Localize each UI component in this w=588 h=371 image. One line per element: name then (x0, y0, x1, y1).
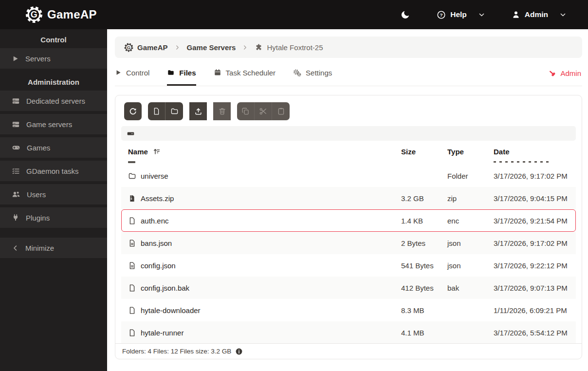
sidebar-section-control: Control (0, 29, 107, 48)
breadcrumb-separator-icon (242, 44, 248, 51)
help-label: Help (450, 10, 467, 19)
column-header-date: Date (494, 148, 569, 156)
column-header-size: Size (401, 148, 447, 156)
tab-files[interactable]: Files (167, 58, 196, 86)
sidebar-item-game-servers[interactable]: Game servers (0, 114, 107, 134)
table-row-auth-enc-highlighted[interactable]: auth.enc 1.4 KB enc 3/17/2026, 9:21:54 P… (121, 209, 576, 232)
sidebar-item-dedicated-servers[interactable]: Dedicated servers (0, 91, 107, 111)
file-table-body: universe Folder 3/17/2026, 9:17:02 PM As… (121, 165, 576, 344)
info-icon[interactable] (235, 348, 243, 355)
sidebar-item-games[interactable]: Games (0, 137, 107, 158)
gears-icon (293, 69, 301, 77)
calendar-icon (214, 69, 221, 76)
user-menu[interactable]: Admin (512, 10, 567, 19)
refresh-icon (129, 107, 137, 116)
copy-icon (241, 107, 250, 115)
tab-task-scheduler[interactable]: Task Scheduler (214, 58, 276, 86)
file-actions-group (148, 102, 183, 120)
sidebar-minimize-button[interactable]: Minimize (0, 238, 107, 258)
clipped-row-icon (128, 161, 135, 163)
plug-icon (12, 214, 19, 222)
tab-admin[interactable]: Admin (548, 58, 581, 86)
table-row-config-json[interactable]: config.json 541 Bytes json 3/17/2026, 9:… (121, 254, 576, 277)
refresh-button[interactable] (124, 102, 142, 120)
sidebar-item-users[interactable]: Users (0, 184, 107, 204)
chevron-left-icon (12, 244, 19, 252)
chevron-down-icon (478, 11, 485, 19)
puzzle-icon (255, 43, 263, 52)
play-icon (12, 55, 19, 62)
column-header-name[interactable]: Name (128, 148, 401, 156)
new-folder-button[interactable] (165, 102, 183, 120)
user-icon (512, 10, 520, 19)
gameap-gear-icon (25, 6, 43, 23)
upload-button[interactable] (189, 102, 207, 120)
help-menu[interactable]: Help (437, 10, 485, 19)
moon-icon (400, 10, 410, 20)
file-manager-footer: Folders: 4 Files: 12 Files size: 3.2 GB (115, 343, 582, 359)
gameap-gear-icon (124, 43, 133, 52)
partially-scrolled-row[interactable] (121, 160, 576, 165)
brand-logo[interactable]: GameAP (25, 6, 97, 23)
table-row-config-json-bak[interactable]: config.json.bak 412 Bytes bak 3/17/2026,… (121, 277, 576, 299)
path-bar (121, 126, 576, 141)
users-icon (12, 190, 20, 199)
copy-button[interactable] (237, 102, 255, 120)
tab-control[interactable]: Control (115, 58, 149, 86)
sidebar-item-gdaemon-tasks[interactable]: GDaemon tasks (0, 161, 107, 181)
clipped-row-date (494, 161, 551, 163)
breadcrumb-separator-icon (174, 44, 181, 51)
hdd-icon[interactable] (127, 130, 135, 138)
main-content: GameAP Game Servers Hytale Foxtrot-25 Co… (107, 29, 588, 371)
upload-icon (194, 107, 202, 115)
file-icon (128, 284, 136, 292)
delete-button[interactable] (213, 102, 231, 120)
sidebar-item-servers[interactable]: Servers (0, 48, 107, 69)
brand-text: GameAP (47, 8, 97, 21)
file-text-icon (128, 239, 136, 247)
table-row-assets-zip[interactable]: Assets.zip 3.2 GB zip 3/17/2026, 9:04:15… (121, 187, 576, 209)
help-icon (437, 10, 446, 19)
breadcrumb-current-server: Hytale Foxtrot-25 (255, 43, 323, 52)
sidebar-item-plugins[interactable]: Plugins (0, 207, 107, 228)
cut-button[interactable] (255, 102, 272, 120)
table-row-universe[interactable]: universe Folder 3/17/2026, 9:17:02 PM (121, 165, 576, 187)
table-row-hytale-runner[interactable]: hytale-runner 4.1 MB 3/17/2026, 5:54:12 … (121, 321, 576, 344)
file-text-icon (128, 261, 136, 270)
new-file-button[interactable] (148, 102, 165, 120)
breadcrumb-gameap[interactable]: GameAP (124, 43, 168, 52)
paste-button[interactable] (272, 102, 290, 120)
user-label: Admin (525, 10, 548, 19)
top-bar: GameAP Help Admin (0, 0, 588, 29)
table-header: Name Size Type Date (121, 145, 576, 160)
breadcrumb-game-servers[interactable]: Game Servers (187, 43, 236, 52)
tab-settings[interactable]: Settings (293, 58, 332, 86)
file-icon (128, 329, 136, 337)
paste-icon (277, 107, 285, 115)
file-icon (128, 217, 136, 225)
file-manager: Name Size Type Date universe Folder 3/17… (115, 95, 582, 359)
new-folder-icon (170, 107, 179, 115)
server-icon (12, 97, 20, 105)
sidebar: Control Servers Administration Dedicated… (0, 29, 107, 371)
server-tabs: Control Files Task Scheduler Settings Ad… (115, 58, 582, 86)
sidebar-section-administration: Administration (0, 72, 107, 91)
new-file-icon (152, 107, 161, 115)
gamepad-icon (12, 143, 20, 152)
sort-ascending-icon (153, 148, 161, 156)
file-toolbar (121, 102, 576, 120)
files-summary: Folders: 4 Files: 12 Files size: 3.2 GB (122, 348, 231, 355)
folder-icon (128, 172, 136, 180)
file-icon (128, 306, 136, 315)
trash-icon (218, 107, 226, 115)
table-row-bans-json[interactable]: bans.json 2 Bytes json 3/17/2026, 9:17:0… (121, 232, 576, 254)
play-icon (115, 69, 122, 76)
table-row-hytale-downloader[interactable]: hytale-downloader 8.3 MB 1/11/2026, 6:09… (121, 299, 576, 321)
theme-toggle-button[interactable] (400, 10, 410, 20)
clipboard-actions-group (237, 102, 290, 120)
chevron-down-icon (559, 11, 567, 19)
zip-file-icon (128, 194, 136, 203)
column-header-type: Type (447, 148, 494, 156)
server-icon (12, 120, 20, 129)
scissors-icon (259, 107, 267, 115)
